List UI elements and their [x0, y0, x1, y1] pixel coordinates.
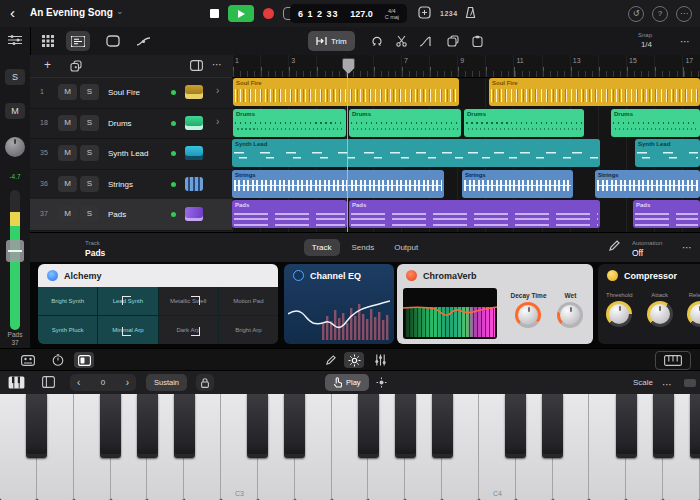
timer-icon[interactable] — [48, 352, 68, 368]
region-drums[interactable]: Drums — [349, 109, 461, 137]
stop-button[interactable] — [210, 9, 219, 18]
region-strings[interactable]: Strings — [462, 170, 573, 198]
bar-ruler[interactable]: 1357911131517 — [232, 55, 700, 78]
plugin-tab-sends[interactable]: Sends — [344, 239, 383, 256]
plugin-tab-output[interactable]: Output — [386, 239, 426, 256]
track-header-row-strings[interactable]: 36MSStrings — [30, 169, 232, 201]
alchemy-preset-pad[interactable]: Synth Pluck — [38, 316, 97, 344]
history-icon[interactable]: ↺ — [628, 6, 644, 22]
black-key[interactable] — [358, 394, 379, 458]
display-mode-icon[interactable] — [418, 6, 434, 21]
mute-button[interactable]: M — [58, 176, 77, 192]
metronome-icon[interactable] — [464, 6, 480, 21]
black-key[interactable] — [432, 394, 453, 458]
black-key[interactable] — [690, 394, 700, 458]
plugin-card-channel-eq[interactable]: Channel EQ — [284, 264, 394, 344]
track-detail-chevron-icon[interactable]: › — [216, 85, 219, 96]
tracks-view-icon[interactable] — [66, 31, 90, 51]
amp-plugin-icon[interactable] — [18, 352, 38, 368]
black-key[interactable] — [505, 394, 526, 458]
black-key[interactable] — [395, 394, 416, 458]
mute-button[interactable]: M — [58, 206, 77, 222]
piano-icon[interactable] — [8, 376, 25, 389]
split-tool-icon[interactable] — [392, 31, 410, 51]
alchemy-preset-pad[interactable]: Bright Arp — [219, 316, 278, 344]
velocity-icon[interactable] — [376, 377, 387, 388]
solo-button[interactable]: S — [80, 176, 99, 192]
mute-button[interactable]: M — [58, 84, 77, 100]
solo-button[interactable]: S — [80, 145, 99, 161]
black-key[interactable] — [284, 394, 305, 458]
play-button[interactable] — [228, 5, 254, 22]
track-header-row-drums[interactable]: 18MSDrums› — [30, 108, 232, 140]
black-key[interactable] — [26, 394, 47, 458]
strip-solo-button[interactable]: S — [5, 69, 25, 85]
edit-mode-pencil-icon[interactable] — [320, 352, 340, 368]
alchemy-preset-pad[interactable]: Motion Pad — [219, 287, 278, 315]
track-header-more-icon[interactable]: ⋯ — [212, 59, 223, 70]
alchemy-preset-pad[interactable]: Bright Synth — [38, 287, 97, 315]
add-track-icon[interactable]: + — [44, 58, 51, 72]
paste-icon[interactable] — [468, 31, 486, 51]
settings-more-icon[interactable]: ⋯ — [676, 6, 692, 22]
scale-button[interactable]: Scale — [633, 378, 653, 387]
region-drums[interactable]: Drums — [233, 109, 346, 137]
region-pads[interactable]: Pads — [349, 200, 600, 228]
octave-down-icon[interactable]: ‹ — [77, 375, 80, 391]
region-pads[interactable]: Pads — [232, 200, 347, 228]
compressor-knob[interactable] — [647, 301, 673, 327]
edit-pencil-icon[interactable] — [608, 240, 620, 252]
black-key[interactable] — [653, 394, 674, 458]
solo-button[interactable]: S — [80, 115, 99, 131]
track-hide-icon[interactable] — [190, 60, 203, 71]
region-strings[interactable]: Strings — [595, 170, 700, 198]
keyboard-more-icon[interactable]: ⋯ — [662, 379, 673, 390]
track-detail-chevron-icon[interactable]: › — [216, 116, 219, 127]
black-key[interactable] — [100, 394, 121, 458]
keyboard-panel-icon[interactable] — [42, 376, 55, 388]
automation-icon[interactable] — [132, 31, 154, 51]
strip-mute-button[interactable]: M — [5, 103, 25, 119]
marquee-tool-icon[interactable] — [102, 31, 124, 51]
trim-tool-button[interactable]: Trim — [308, 31, 355, 51]
compressor-knob[interactable] — [606, 301, 632, 327]
black-key[interactable] — [137, 394, 158, 458]
black-key[interactable] — [247, 394, 268, 458]
alchemy-power-icon[interactable] — [47, 270, 58, 281]
help-icon[interactable]: ? — [652, 6, 668, 22]
lcd-display[interactable]: 6 1 2 33 127.0 4/4 C maj — [290, 4, 407, 23]
sliders-icon[interactable] — [370, 352, 390, 368]
mute-button[interactable]: M — [58, 115, 77, 131]
toolbar-more-icon[interactable]: ⋯ — [680, 36, 691, 47]
record-button[interactable] — [263, 8, 274, 19]
plugin-tiles-view-icon[interactable] — [74, 352, 94, 368]
octave-up-icon[interactable]: › — [126, 375, 129, 391]
automation-control[interactable]: Automation Off — [632, 238, 662, 258]
volume-fader-handle[interactable] — [6, 240, 24, 262]
region-soulfire[interactable]: Soul Fire — [233, 78, 459, 106]
mute-button[interactable]: M — [58, 145, 77, 161]
copy-icon[interactable] — [444, 31, 462, 51]
solo-button[interactable]: S — [80, 84, 99, 100]
plugin-header-more-icon[interactable]: ⋯ — [682, 242, 693, 253]
plugin-card-chromaverb[interactable]: ChromaVerb Decay TimeWet — [397, 264, 593, 344]
chromaverb-knob[interactable] — [515, 302, 541, 328]
solo-button[interactable]: S — [80, 206, 99, 222]
compressor-knob[interactable] — [687, 301, 700, 327]
loop-tool-icon[interactable] — [368, 31, 386, 51]
channel-eq-power-icon[interactable] — [293, 270, 304, 281]
sustain-button[interactable]: Sustain — [146, 374, 187, 391]
region-pads[interactable]: Pads — [633, 200, 700, 228]
keyboard-size-toggle[interactable] — [684, 379, 696, 387]
chromaverb-power-icon[interactable] — [406, 270, 417, 281]
plugin-card-alchemy[interactable]: Alchemy Bright SynthLead SynthMetallic S… — [38, 264, 278, 344]
region-strings[interactable]: Strings — [232, 170, 444, 198]
black-key[interactable] — [174, 394, 195, 458]
region-synth[interactable]: Synth Lead — [232, 139, 600, 167]
project-title[interactable]: An Evening Song — [30, 7, 113, 18]
pan-knob[interactable] — [5, 137, 25, 157]
plugin-tab-track[interactable]: Track — [304, 239, 340, 256]
title-dropdown-icon[interactable]: ⌄ — [116, 6, 124, 16]
black-key[interactable] — [542, 394, 563, 458]
track-header-row-synth[interactable]: 35MSSynth Lead — [30, 138, 232, 170]
